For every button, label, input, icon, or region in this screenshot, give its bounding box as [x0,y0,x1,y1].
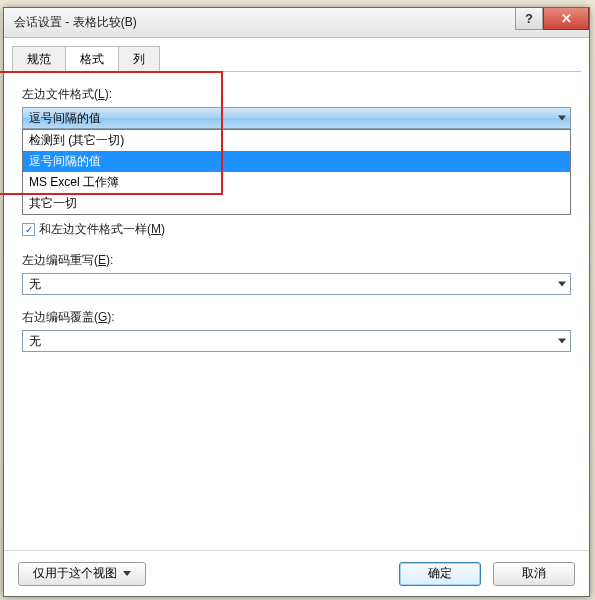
combo-value: 无 [29,276,41,293]
left-encoding-label: 左边编码重写(E): [22,252,571,269]
ok-button[interactable]: 确定 [399,562,481,586]
close-icon: ✕ [561,11,572,26]
dropdown-option[interactable]: MS Excel 工作簿 [23,172,570,193]
combo-value: 逗号间隔的值 [29,110,101,127]
window-buttons: ? ✕ [515,8,589,30]
window-title: 会话设置 - 表格比较(B) [14,14,137,31]
dropdown-option[interactable]: 其它一切 [23,193,570,214]
left-format-label: 左边文件格式(L): [22,86,571,103]
format-panel: 左边文件格式(L): 逗号间隔的值 检测到 (其它一切) 逗号间隔的值 MS E… [4,72,589,550]
help-button[interactable]: ? [515,8,543,30]
button-label: 取消 [522,565,546,582]
tab-columns[interactable]: 列 [118,46,160,72]
right-encoding-block: 右边编码覆盖(G): 无 [22,309,571,352]
same-as-left-checkbox[interactable] [22,223,35,236]
left-format-combo-wrap: 逗号间隔的值 检测到 (其它一切) 逗号间隔的值 MS Excel 工作簿 其它… [22,107,571,129]
session-settings-dialog: 会话设置 - 表格比较(B) ? ✕ 规范 格式 列 左边文件格式(L): 逗号… [3,7,590,597]
dropdown-option[interactable]: 逗号间隔的值 [23,151,570,172]
titlebar[interactable]: 会话设置 - 表格比较(B) ? ✕ [4,8,589,38]
same-as-left-checkbox-row[interactable]: 和左边文件格式一样(M) [22,221,571,238]
left-format-dropdown: 检测到 (其它一切) 逗号间隔的值 MS Excel 工作簿 其它一切 [22,129,571,215]
right-encoding-combo[interactable]: 无 [22,330,571,352]
tab-format[interactable]: 格式 [65,46,119,73]
left-format-block: 左边文件格式(L): 逗号间隔的值 检测到 (其它一切) 逗号间隔的值 MS E… [22,86,571,129]
dropdown-option[interactable]: 检测到 (其它一切) [23,130,570,151]
dialog-button-bar: 仅用于这个视图 确定 取消 [4,550,589,596]
right-encoding-label: 右边编码覆盖(G): [22,309,571,326]
tab-spec[interactable]: 规范 [12,46,66,72]
cancel-button[interactable]: 取消 [493,562,575,586]
tab-label: 规范 [27,52,51,66]
tab-label: 列 [133,52,145,66]
left-encoding-block: 左边编码重写(E): 无 [22,252,571,295]
tab-label: 格式 [80,52,104,66]
same-as-left-label: 和左边文件格式一样(M) [39,221,165,238]
chevron-down-icon [123,571,131,576]
left-encoding-combo[interactable]: 无 [22,273,571,295]
same-as-left-block: 和左边文件格式一样(M) [22,221,571,238]
button-label: 确定 [428,565,452,582]
chevron-down-icon [558,339,566,344]
apply-to-view-button[interactable]: 仅用于这个视图 [18,562,146,586]
chevron-down-icon [558,282,566,287]
chevron-down-icon [558,116,566,121]
help-icon: ? [525,11,533,26]
left-format-combo[interactable]: 逗号间隔的值 [22,107,571,129]
tab-strip: 规范 格式 列 [4,38,589,72]
combo-value: 无 [29,333,41,350]
close-button[interactable]: ✕ [543,8,589,30]
button-label: 仅用于这个视图 [33,565,117,582]
